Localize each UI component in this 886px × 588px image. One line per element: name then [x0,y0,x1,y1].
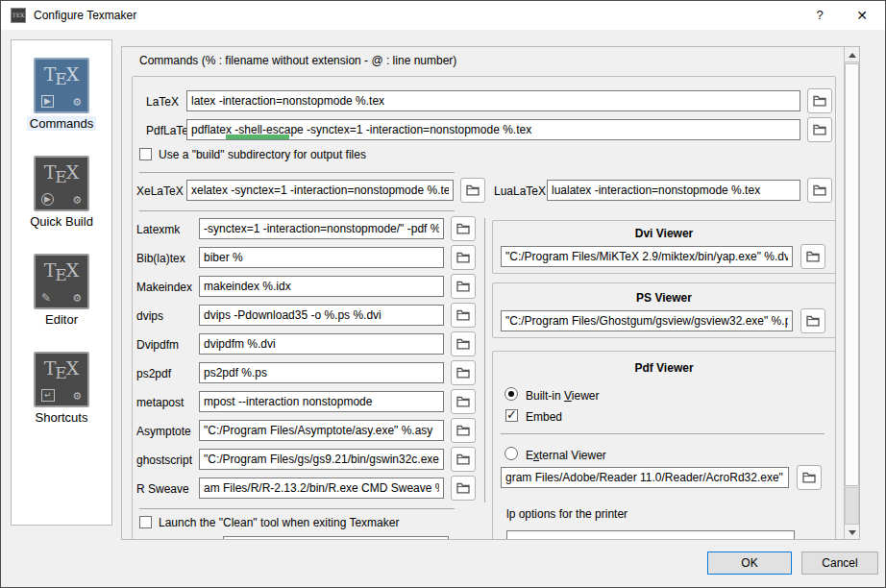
folder-icon [456,367,470,379]
folder-icon [456,223,470,234]
dvipdfm-command-input[interactable] [199,333,444,355]
xelatex-label: XeLaTeX [136,184,184,198]
pencil-icon: ✎ [41,293,51,304]
folder-icon [456,482,470,494]
folder-icon [813,124,826,135]
lp-options-input[interactable] [506,530,795,540]
lualatex-browse-button[interactable] [807,178,832,203]
external-viewer-radio[interactable] [505,447,518,460]
ghostscript-label: ghostscript [136,453,192,467]
sidebar-item-quick-build[interactable]: TEX ▶ ⚙ Quick Build [12,156,111,230]
dvi-viewer-input[interactable] [501,246,793,267]
folder-icon [806,315,820,327]
texmaker-app-icon: TEX [11,8,26,23]
ps2pdf-command-input[interactable] [199,362,444,383]
xelatex-browse-button[interactable] [460,178,485,203]
makeindex-command-input[interactable] [199,276,444,297]
asymptote-label: Asymptote [136,425,191,438]
lualatex-label: LuaLaTeX [494,184,546,198]
xelatex-command-input[interactable] [186,180,454,201]
builtin-viewer-radio[interactable] [505,387,518,401]
folder-icon [813,184,826,196]
latexmk-command-input[interactable] [199,218,444,239]
ps2pdf-label: ps2pdf [136,367,171,380]
shortcuts-tex-icon: TEX ↵ ⚙ [34,352,89,407]
sidebar-item-shortcuts[interactable]: TEX ↵ ⚙ Shortcuts [12,352,111,426]
folder-icon [806,251,820,262]
commands-scroll-area: Commands (% : filename without extension… [121,46,860,540]
dvi-viewer-browse-button[interactable] [800,244,825,269]
asymptote-browse-button[interactable] [451,418,476,443]
external-viewer-input[interactable] [501,467,789,488]
dvips-browse-button[interactable] [451,303,476,328]
dvipdfm-browse-button[interactable] [451,331,476,356]
separator [139,210,455,211]
ghostscript-command-input[interactable] [199,449,444,470]
sidebar-label-quick-build: Quick Build [27,214,96,229]
build-subdirectory-checkbox[interactable] [139,148,152,160]
metapost-label: metapost [136,396,184,409]
dvips-label: dvips [136,309,163,323]
pdf-viewer-group: Pdf Viewer Built-in Viewer ✓ Embed Exter… [492,351,836,540]
separator [139,508,455,509]
config-section-list: TEX ▶ ⚙ Commands TEX ▶ ⚙ Quick Build TEX… [11,39,112,526]
close-icon[interactable]: ✕ [843,1,881,30]
scroll-down-icon[interactable] [845,524,859,539]
cancel-button[interactable]: Cancel [801,551,878,575]
ps-viewer-input[interactable] [501,310,793,331]
scrollbar-track[interactable] [845,487,859,525]
folder-icon [456,309,470,321]
ok-button[interactable]: OK [707,551,792,575]
biblatex-browse-button[interactable] [451,245,476,270]
sidebar-item-editor[interactable]: TEX ✎ ⚙ Editor [12,254,111,328]
embed-checkbox[interactable]: ✓ [505,409,518,422]
metapost-browse-button[interactable] [451,389,476,414]
sidebar-item-commands[interactable]: TEX ▶ ⚙ Commands [12,58,111,132]
makeindex-label: Makeindex [136,281,192,294]
dvips-command-input[interactable] [199,305,444,326]
clean-extensions-input[interactable] [223,536,449,540]
asymptote-command-input[interactable] [199,420,444,441]
gear-icon: ⚙ [72,97,82,108]
pdflatex-browse-button[interactable] [807,117,832,142]
scroll-up-icon[interactable] [845,47,859,62]
latex-browse-button[interactable] [807,88,832,113]
biblatex-command-input[interactable] [199,247,444,268]
help-icon[interactable]: ? [800,1,839,30]
separator [484,218,485,502]
pdf-viewer-title: Pdf Viewer [493,361,835,375]
run-icon: ▶ [41,95,54,108]
dvi-viewer-title: Dvi Viewer [493,227,835,240]
dvi-viewer-group: Dvi Viewer [492,220,836,274]
latexmk-browse-button[interactable] [451,216,476,241]
gear-icon: ⚙ [72,293,82,304]
folder-icon [456,338,470,350]
clean-on-exit-label: Launch the "Clean" tool when exiting Tex… [159,516,399,529]
folder-icon [466,184,480,196]
ps-viewer-browse-button[interactable] [800,308,825,333]
lp-options-label: lp options for the printer [506,507,628,521]
lualatex-command-input[interactable] [547,180,800,201]
titlebar: TEX Configure Texmaker ? ✕ [1,1,885,30]
configure-texmaker-dialog: TEX Configure Texmaker ? ✕ TEX ▶ ⚙ Comma… [0,0,886,588]
vertical-scrollbar[interactable] [844,47,859,539]
latex-command-input[interactable] [186,90,800,111]
external-viewer-browse-button[interactable] [797,465,822,490]
ps2pdf-browse-button[interactable] [451,360,476,385]
builtin-viewer-label: Built-in Viewer [526,389,600,403]
scrollbar-thumb[interactable] [845,63,859,486]
folder-icon [456,252,470,263]
rsweave-command-input[interactable] [199,478,444,499]
clean-on-exit-checkbox[interactable] [139,516,152,528]
latexmk-label: Latexmk [136,223,180,236]
makeindex-browse-button[interactable] [451,274,476,299]
metapost-command-input[interactable] [199,391,444,412]
ghostscript-browse-button[interactable] [451,447,476,472]
sidebar-label-editor: Editor [42,312,81,327]
folder-icon [456,396,470,407]
rsweave-browse-button[interactable] [451,476,476,501]
separator [501,433,824,434]
sidebar-label-shortcuts: Shortcuts [33,410,91,425]
return-icon: ↵ [41,389,55,402]
ps-viewer-group: PS Viewer [492,282,836,338]
